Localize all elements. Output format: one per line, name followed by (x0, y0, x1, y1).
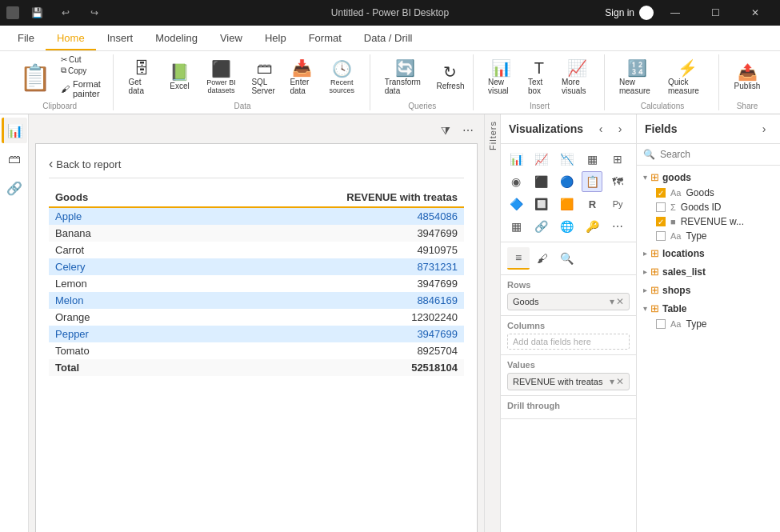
powerbi-datasets-button[interactable]: ⬛ Power BI datasets (197, 58, 245, 98)
table-icon: ⊞ (650, 284, 659, 296)
paste-button[interactable]: 📋 (13, 61, 58, 94)
sidebar-icon-model[interactable]: 🔗 (2, 175, 27, 201)
ribbon-group-data: 🗄 Get data 📗 Excel ⬛ Power BI datasets 🗃… (115, 54, 370, 110)
filters-label[interactable]: Filters (488, 114, 498, 157)
pill-dropdown-btn[interactable]: ▾ (610, 296, 614, 307)
viz-icon-slicer[interactable]: 🔗 (531, 216, 552, 237)
table-cell-goods: Melon (49, 292, 166, 309)
recent-sources-button[interactable]: 🕓 Recent sources (321, 58, 363, 98)
more-toolbar-button[interactable]: ⋯ (458, 121, 478, 140)
minimize-button[interactable]: — (657, 0, 694, 26)
tab-file[interactable]: File (6, 26, 46, 50)
viz-tab-fields[interactable]: ≡ (507, 247, 530, 270)
fields-item[interactable]: AaType (637, 317, 780, 331)
viz-icon-area[interactable]: 📉 (557, 149, 578, 170)
text-box-icon: T (534, 60, 544, 76)
fields-item[interactable]: ✓■REVENUE w... (637, 214, 780, 229)
fields-panel-collapse[interactable]: › (756, 121, 772, 137)
new-visual-button[interactable]: 📊 New visual (482, 57, 522, 98)
viz-icon-globe[interactable]: 🌐 (557, 216, 578, 237)
close-button[interactable]: ✕ (737, 0, 774, 26)
viz-icon-gauge[interactable]: 🔲 (531, 194, 552, 214)
fields-item-label: Type (686, 318, 706, 330)
pill-remove-btn[interactable]: ✕ (616, 296, 624, 307)
redo-icon-btn[interactable]: ↪ (83, 2, 106, 24)
field-type-icon: Σ (670, 202, 676, 212)
quick-measure-button[interactable]: ⚡ Quick measure (663, 57, 712, 98)
viz-tab-format[interactable]: 🖌 (531, 247, 554, 270)
fields-group-header-shops[interactable]: ▸ ⊞ shops (637, 282, 780, 298)
values-pill-dropdown-btn[interactable]: ▾ (610, 376, 614, 387)
fields-search-input[interactable] (660, 149, 780, 160)
viz-icon-matrix[interactable]: ▦ (506, 216, 526, 237)
fields-group-label: shops (662, 285, 690, 296)
tab-modeling[interactable]: Modeling (144, 26, 209, 50)
tab-data-drill[interactable]: Data / Drill (353, 26, 424, 50)
get-data-button[interactable]: 🗄 Get data (122, 57, 162, 98)
table-icon: ⊞ (650, 302, 659, 314)
fields-item[interactable]: AaType (637, 229, 780, 243)
viz-icon-funnel[interactable]: 🔵 (557, 171, 578, 192)
viz-icon-map[interactable]: 🗺 (607, 171, 628, 192)
viz-icon-bar[interactable]: 📊 (506, 149, 526, 170)
viz-icon-kpi[interactable]: 🟧 (557, 194, 578, 214)
back-to-report-button[interactable]: ‹ Back to report (49, 157, 464, 178)
viz-tab-analytics[interactable]: 🔍 (555, 247, 578, 270)
viz-icon-table[interactable]: 📋 (582, 171, 602, 192)
new-measure-button[interactable]: 🔢 New measure (613, 57, 662, 98)
queries-group-label: Queries (408, 102, 436, 110)
viz-nav-next[interactable]: › (612, 121, 628, 137)
sign-in-area[interactable]: Sign in (605, 6, 654, 20)
viz-icon-custom[interactable]: 🔑 (582, 216, 602, 237)
cut-button[interactable]: ✂ Cut (58, 54, 106, 65)
fields-group-header-locations[interactable]: ▸ ⊞ locations (637, 245, 780, 262)
text-box-button[interactable]: T Text box (523, 57, 555, 98)
fields-item[interactable]: ΣGoods ID (637, 200, 780, 214)
table-cell-revenue: 3947699 (166, 275, 464, 292)
filter-toolbar-button[interactable]: ⧩ (436, 121, 455, 140)
viz-rows-field[interactable]: Goods ▾ ✕ (507, 293, 630, 310)
viz-icon-pie[interactable]: ◉ (506, 171, 526, 192)
tab-format[interactable]: Format (298, 26, 353, 50)
sql-server-button[interactable]: 🗃 SQL Server (246, 57, 283, 98)
share-group-label: Share (737, 102, 758, 110)
sidebar-icon-data[interactable]: 🗃 (2, 146, 27, 172)
copy-button[interactable]: ⧉ Copy (58, 65, 106, 76)
viz-columns-empty[interactable]: Add data fields here (507, 334, 630, 350)
undo-icon-btn[interactable]: ↩ (54, 2, 77, 24)
viz-icon-line[interactable]: 📈 (531, 149, 552, 170)
viz-icon-ribbon[interactable]: ▦ (582, 149, 602, 170)
viz-values-section: Values REVENUE with treatas ▾ ✕ (501, 355, 636, 396)
sidebar-icon-report[interactable]: 📊 (2, 118, 27, 143)
values-pill-remove-btn[interactable]: ✕ (616, 376, 624, 387)
viz-icon-card[interactable]: 🔷 (506, 194, 526, 214)
viz-values-field[interactable]: REVENUE with treatas ▾ ✕ (507, 373, 630, 390)
publish-button[interactable]: 📤 Publish (727, 61, 767, 94)
tab-insert[interactable]: Insert (96, 26, 145, 50)
maximize-button[interactable]: ☐ (697, 0, 734, 26)
tab-help[interactable]: Help (254, 26, 298, 50)
viz-icon-more[interactable]: ⋯ (607, 216, 628, 237)
viz-icon-scatter[interactable]: ⊞ (607, 149, 628, 170)
viz-icon-py[interactable]: Py (607, 194, 628, 214)
table-icon: ⊞ (650, 266, 659, 278)
tab-view[interactable]: View (209, 26, 254, 50)
tab-home[interactable]: Home (46, 26, 96, 50)
excel-button[interactable]: 📗 Excel (163, 61, 195, 94)
viz-icon-treemap[interactable]: ⬛ (531, 171, 552, 192)
viz-icon-r[interactable]: R (582, 194, 602, 214)
fields-group-header-goods[interactable]: ▾ ⊞ goods (637, 169, 780, 186)
fields-group-header-Table[interactable]: ▾ ⊞ Table (637, 300, 780, 317)
refresh-button[interactable]: ↻ Refresh (434, 61, 466, 94)
fields-item[interactable]: ✓AaGoods (637, 186, 780, 200)
enter-data-button[interactable]: 📥 Enter data (285, 57, 318, 98)
viz-nav-prev[interactable]: ‹ (593, 121, 609, 137)
fields-group-header-sales_list[interactable]: ▸ ⊞ sales_list (637, 263, 780, 280)
transform-data-button[interactable]: 🔄 Transform data (378, 57, 433, 98)
format-painter-button[interactable]: 🖌 Format painter (58, 78, 106, 100)
table-cell-revenue: 8925704 (166, 342, 464, 359)
viz-columns-label: Columns (507, 321, 630, 330)
more-visuals-button[interactable]: 📈 More visuals (557, 57, 598, 98)
queries-buttons: 🔄 Transform data ↻ Refresh (378, 54, 466, 100)
save-icon-btn[interactable]: 💾 (26, 2, 48, 24)
